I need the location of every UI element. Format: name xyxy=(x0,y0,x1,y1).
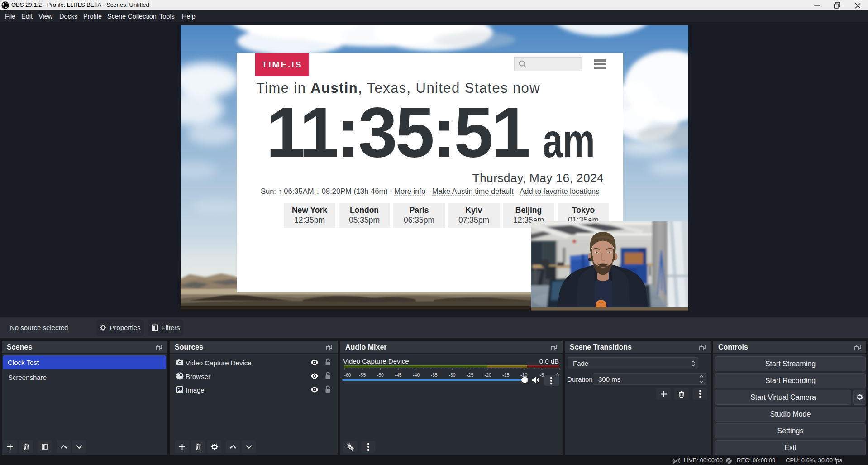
svg-text:-25: -25 xyxy=(467,372,473,378)
svg-text:-30: -30 xyxy=(448,372,455,378)
svg-text:-50: -50 xyxy=(377,372,384,378)
svg-text:-55: -55 xyxy=(359,372,366,378)
svg-text:-15: -15 xyxy=(502,372,509,378)
svg-text:-20: -20 xyxy=(485,372,491,378)
svg-text:-35: -35 xyxy=(431,372,438,378)
svg-text:-5: -5 xyxy=(540,372,544,378)
svg-text:-45: -45 xyxy=(395,372,401,378)
svg-text:-60: -60 xyxy=(344,372,351,378)
svg-text:-40: -40 xyxy=(413,372,420,378)
